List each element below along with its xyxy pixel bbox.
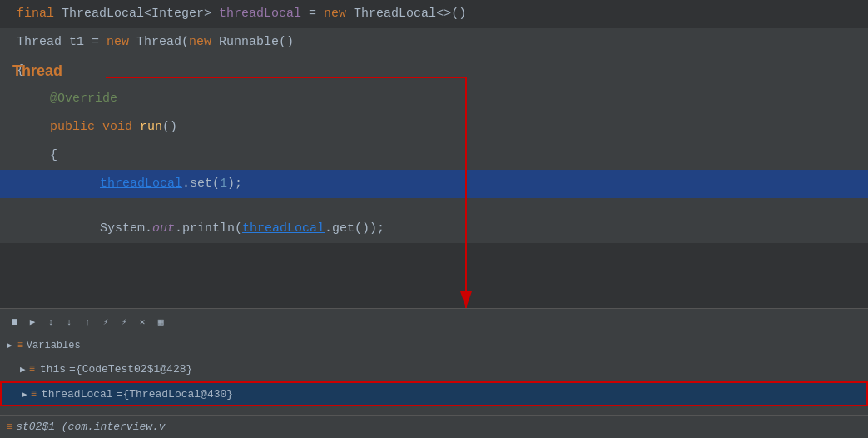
code-token: ThreadLocal<>() <box>354 5 466 24</box>
code-token: { <box>17 62 24 81</box>
row-value: {ThreadLocal@430} <box>122 388 233 401</box>
code-token: final <box>17 5 62 24</box>
row-arrow: ▶ <box>22 389 27 400</box>
code-token: new <box>324 5 354 24</box>
code-token: public <box>50 118 102 137</box>
row-value: {CodeTest02$1@428} <box>76 363 192 376</box>
code-line-1: final ThreadLocal<Integer> threadLocal =… <box>0 0 868 28</box>
toolbar-run-to-cursor[interactable]: ↑ <box>80 315 95 330</box>
code-token: Runnable() <box>219 33 294 52</box>
toolbar-close[interactable]: ✕ <box>135 315 150 330</box>
row-separator: = <box>117 388 123 401</box>
code-token: { <box>50 147 57 166</box>
code-line-2: Thread t1 = new Thread( new Runnable() <box>0 28 868 57</box>
code-token: 1 <box>220 175 227 194</box>
row-arrow: ▶ <box>20 364 26 375</box>
debug-row-threadlocal[interactable]: ▶ ≡ threadLocal = {ThreadLocal@430} <box>0 381 868 406</box>
code-line-4: @Override <box>0 85 868 113</box>
toolbar-step-over[interactable]: ⏹ <box>7 315 22 330</box>
var-icon: ≡ <box>17 340 23 351</box>
code-line-7-highlighted: threadLocal .set( 1 ); <box>0 170 868 198</box>
row-name: threadLocal <box>42 388 113 401</box>
code-line-5: public void run () <box>0 113 868 142</box>
code-token: new <box>107 33 136 52</box>
toolbar-watch[interactable]: ⚡ <box>117 315 131 330</box>
code-token: Thread t1 = <box>17 33 107 52</box>
row-name: this <box>40 363 66 376</box>
row-separator: = <box>69 363 76 376</box>
debug-row-this[interactable]: ▶ ≡ this = {CodeTest02$1@428} <box>0 356 868 381</box>
toolbar-step-into[interactable]: ↕ <box>43 315 58 330</box>
code-token: @Override <box>50 90 117 109</box>
code-token: .get()); <box>325 220 384 239</box>
code-line-6: { <box>0 142 868 170</box>
code-token: threadLocal <box>242 220 325 239</box>
code-token: .set( <box>182 175 220 194</box>
debug-toolbar: ⏹ ▶ ↕ ↓ ↑ ⚡ ⚡ ✕ ▦ <box>0 308 868 335</box>
toolbar-layout[interactable]: ▦ <box>153 315 168 330</box>
variables-label: Variables <box>27 340 81 351</box>
row-var-icon: ≡ <box>29 363 35 375</box>
code-line-8 <box>0 198 868 215</box>
code-token: threadLocal <box>100 175 182 194</box>
code-token: Thread( <box>136 33 189 52</box>
code-token: threadLocal <box>219 5 301 24</box>
code-token: new <box>189 33 219 52</box>
status-bar-bottom: ≡ st02$1 (com.interview.v <box>0 415 868 438</box>
class-name-bottom: st02$1 (com.interview.v <box>16 421 165 433</box>
toolbar-resume[interactable]: ▶ <box>25 315 40 330</box>
code-token: () <box>162 118 177 137</box>
code-token: ThreadLocal<Integer> <box>62 5 219 24</box>
code-token: .println( <box>175 220 242 239</box>
code-line-9: System. out .println( threadLocal .get()… <box>0 215 868 243</box>
code-token: ); <box>227 175 242 194</box>
code-token: out <box>152 220 175 239</box>
var-icon-bottom: ≡ <box>7 421 12 433</box>
code-token: System. <box>100 220 152 239</box>
code-token: run <box>140 118 162 137</box>
row-var-icon: ≡ <box>31 388 37 400</box>
code-line-3: { <box>0 57 868 85</box>
variables-header: ▶ ≡ Variables <box>0 335 868 356</box>
code-editor: final ThreadLocal<Integer> threadLocal =… <box>0 0 868 308</box>
toolbar-step-out[interactable]: ↓ <box>62 315 77 330</box>
arrow-icon: ▶ <box>7 340 12 351</box>
code-token: void <box>102 118 140 137</box>
code-token: = <box>301 5 324 24</box>
toolbar-evaluate[interactable]: ⚡ <box>98 315 113 330</box>
